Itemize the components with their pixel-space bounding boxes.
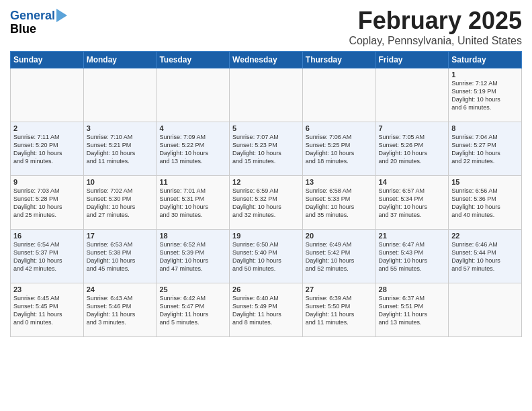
day-info: Sunrise: 6:42 AM Sunset: 5:47 PM Dayligh… — [159, 294, 226, 327]
calendar-cell: 7Sunrise: 7:05 AM Sunset: 5:26 PM Daylig… — [375, 122, 449, 176]
calendar-cell — [449, 283, 522, 337]
day-info: Sunrise: 7:01 AM Sunset: 5:31 PM Dayligh… — [159, 187, 226, 220]
day-number: 19 — [232, 232, 300, 240]
day-info: Sunrise: 6:59 AM Sunset: 5:32 PM Dayligh… — [232, 187, 300, 220]
calendar-cell: 23Sunrise: 6:45 AM Sunset: 5:45 PM Dayli… — [11, 283, 84, 337]
day-info: Sunrise: 7:09 AM Sunset: 5:22 PM Dayligh… — [159, 133, 226, 166]
day-number: 9 — [13, 178, 81, 186]
header: General Blue February 2025 Coplay, Penns… — [10, 7, 522, 47]
day-info: Sunrise: 7:04 AM Sunset: 5:27 PM Dayligh… — [451, 133, 519, 166]
day-number: 18 — [159, 232, 226, 240]
calendar-week-row: 23Sunrise: 6:45 AM Sunset: 5:45 PM Dayli… — [11, 283, 522, 337]
calendar-cell: 20Sunrise: 6:49 AM Sunset: 5:42 PM Dayli… — [302, 230, 375, 283]
calendar-cell: 26Sunrise: 6:40 AM Sunset: 5:49 PM Dayli… — [230, 283, 303, 337]
calendar-cell — [375, 68, 449, 122]
calendar-cell: 25Sunrise: 6:42 AM Sunset: 5:47 PM Dayli… — [157, 283, 230, 337]
day-info: Sunrise: 6:45 AM Sunset: 5:45 PM Dayligh… — [13, 294, 81, 327]
day-info: Sunrise: 7:07 AM Sunset: 5:23 PM Dayligh… — [232, 133, 300, 166]
day-number: 2 — [13, 124, 81, 132]
day-number: 22 — [451, 232, 519, 240]
day-info: Sunrise: 6:50 AM Sunset: 5:40 PM Dayligh… — [232, 240, 300, 273]
calendar-cell: 19Sunrise: 6:50 AM Sunset: 5:40 PM Dayli… — [230, 230, 303, 283]
calendar-header-row: SundayMondayTuesdayWednesdayThursdayFrid… — [11, 52, 522, 68]
day-info: Sunrise: 6:39 AM Sunset: 5:50 PM Dayligh… — [306, 294, 373, 327]
calendar-cell: 28Sunrise: 6:37 AM Sunset: 5:51 PM Dayli… — [375, 283, 449, 337]
weekday-header: Thursday — [302, 52, 375, 68]
calendar-cell: 6Sunrise: 7:06 AM Sunset: 5:25 PM Daylig… — [302, 122, 375, 176]
weekday-header: Wednesday — [230, 52, 303, 68]
calendar-cell: 14Sunrise: 6:57 AM Sunset: 5:34 PM Dayli… — [375, 176, 449, 230]
calendar-cell: 1Sunrise: 7:12 AM Sunset: 5:19 PM Daylig… — [449, 68, 522, 122]
logo-text: General — [10, 9, 55, 23]
day-info: Sunrise: 6:54 AM Sunset: 5:37 PM Dayligh… — [13, 240, 81, 273]
day-number: 11 — [159, 178, 226, 186]
calendar-week-row: 9Sunrise: 7:03 AM Sunset: 5:28 PM Daylig… — [11, 176, 522, 230]
calendar-cell: 4Sunrise: 7:09 AM Sunset: 5:22 PM Daylig… — [157, 122, 230, 176]
day-info: Sunrise: 7:06 AM Sunset: 5:25 PM Dayligh… — [306, 133, 373, 166]
calendar-cell: 18Sunrise: 6:52 AM Sunset: 5:39 PM Dayli… — [157, 230, 230, 283]
calendar-cell — [230, 68, 303, 122]
page-subtitle: Coplay, Pennsylvania, United States — [349, 35, 522, 47]
day-info: Sunrise: 6:43 AM Sunset: 5:46 PM Dayligh… — [87, 294, 154, 327]
calendar-cell: 22Sunrise: 6:46 AM Sunset: 5:44 PM Dayli… — [449, 230, 522, 283]
day-info: Sunrise: 6:57 AM Sunset: 5:34 PM Dayligh… — [379, 187, 446, 220]
day-info: Sunrise: 6:58 AM Sunset: 5:33 PM Dayligh… — [306, 187, 373, 220]
day-info: Sunrise: 7:05 AM Sunset: 5:26 PM Dayligh… — [379, 133, 446, 166]
day-info: Sunrise: 6:52 AM Sunset: 5:39 PM Dayligh… — [159, 240, 226, 273]
day-info: Sunrise: 6:46 AM Sunset: 5:44 PM Dayligh… — [451, 240, 519, 273]
calendar-cell: 11Sunrise: 7:01 AM Sunset: 5:31 PM Dayli… — [157, 176, 230, 230]
day-info: Sunrise: 6:53 AM Sunset: 5:38 PM Dayligh… — [87, 240, 154, 273]
calendar-week-row: 2Sunrise: 7:11 AM Sunset: 5:20 PM Daylig… — [11, 122, 522, 176]
calendar-cell: 12Sunrise: 6:59 AM Sunset: 5:32 PM Dayli… — [230, 176, 303, 230]
day-info: Sunrise: 7:10 AM Sunset: 5:21 PM Dayligh… — [87, 133, 154, 166]
day-number: 28 — [379, 285, 446, 293]
calendar-cell: 15Sunrise: 6:56 AM Sunset: 5:36 PM Dayli… — [449, 176, 522, 230]
day-number: 25 — [159, 285, 226, 293]
day-info: Sunrise: 6:37 AM Sunset: 5:51 PM Dayligh… — [379, 294, 446, 327]
day-info: Sunrise: 7:03 AM Sunset: 5:28 PM Dayligh… — [13, 187, 81, 220]
day-number: 23 — [13, 285, 81, 293]
day-number: 16 — [13, 232, 81, 240]
calendar-cell: 17Sunrise: 6:53 AM Sunset: 5:38 PM Dayli… — [83, 230, 157, 283]
day-info: Sunrise: 6:47 AM Sunset: 5:43 PM Dayligh… — [379, 240, 446, 273]
calendar-cell: 16Sunrise: 6:54 AM Sunset: 5:37 PM Dayli… — [11, 230, 84, 283]
day-info: Sunrise: 7:02 AM Sunset: 5:30 PM Dayligh… — [87, 187, 154, 220]
logo: General Blue — [10, 9, 67, 36]
calendar-cell: 10Sunrise: 7:02 AM Sunset: 5:30 PM Dayli… — [83, 176, 157, 230]
day-number: 12 — [232, 178, 300, 186]
calendar-cell — [11, 68, 84, 122]
calendar-cell: 9Sunrise: 7:03 AM Sunset: 5:28 PM Daylig… — [11, 176, 84, 230]
weekday-header: Friday — [375, 52, 449, 68]
weekday-header: Tuesday — [157, 52, 230, 68]
day-info: Sunrise: 7:12 AM Sunset: 5:19 PM Dayligh… — [451, 79, 519, 112]
day-number: 6 — [306, 124, 373, 132]
day-number: 24 — [87, 285, 154, 293]
calendar-week-row: 1Sunrise: 7:12 AM Sunset: 5:19 PM Daylig… — [11, 68, 522, 122]
day-number: 8 — [451, 124, 519, 132]
day-number: 27 — [306, 285, 373, 293]
day-info: Sunrise: 6:56 AM Sunset: 5:36 PM Dayligh… — [451, 187, 519, 220]
page-container: General Blue February 2025 Coplay, Penns… — [0, 0, 532, 340]
day-number: 13 — [306, 178, 373, 186]
calendar-cell: 8Sunrise: 7:04 AM Sunset: 5:27 PM Daylig… — [449, 122, 522, 176]
logo-arrow-icon — [56, 9, 67, 22]
day-number: 1 — [451, 71, 519, 79]
weekday-header: Sunday — [11, 52, 84, 68]
day-number: 21 — [379, 232, 446, 240]
calendar-cell: 2Sunrise: 7:11 AM Sunset: 5:20 PM Daylig… — [11, 122, 84, 176]
day-info: Sunrise: 6:40 AM Sunset: 5:49 PM Dayligh… — [232, 294, 300, 327]
day-number: 26 — [232, 285, 300, 293]
day-info: Sunrise: 7:11 AM Sunset: 5:20 PM Dayligh… — [13, 133, 81, 166]
day-number: 17 — [87, 232, 154, 240]
day-number: 3 — [87, 124, 154, 132]
day-number: 5 — [232, 124, 300, 132]
calendar-table: SundayMondayTuesdayWednesdayThursdayFrid… — [10, 51, 522, 337]
weekday-header: Monday — [83, 52, 157, 68]
calendar-cell: 24Sunrise: 6:43 AM Sunset: 5:46 PM Dayli… — [83, 283, 157, 337]
calendar-cell: 27Sunrise: 6:39 AM Sunset: 5:50 PM Dayli… — [302, 283, 375, 337]
day-number: 14 — [379, 178, 446, 186]
calendar-cell — [157, 68, 230, 122]
page-title: February 2025 — [349, 7, 522, 35]
day-info: Sunrise: 6:49 AM Sunset: 5:42 PM Dayligh… — [306, 240, 373, 273]
calendar-cell — [83, 68, 157, 122]
